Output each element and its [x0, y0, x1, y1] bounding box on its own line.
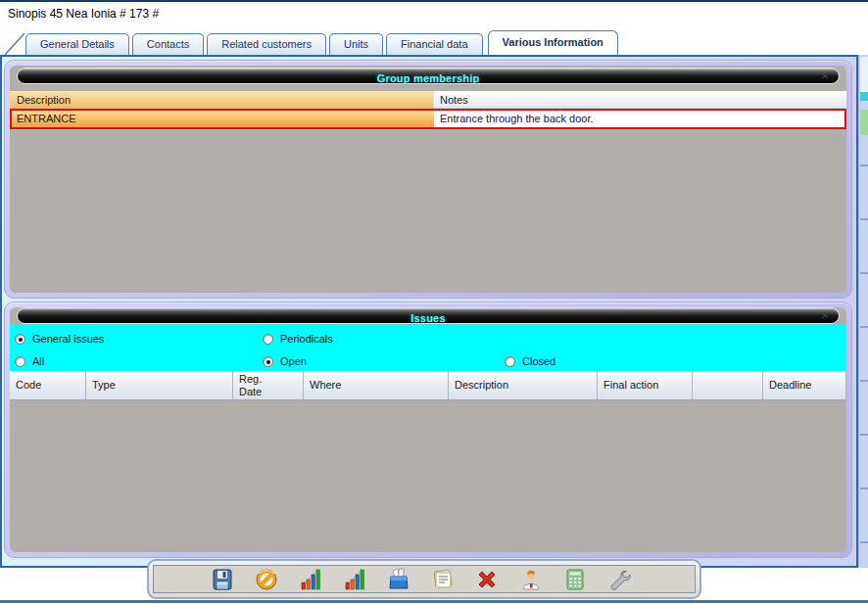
radio-periodicals[interactable]: Periodicals: [263, 328, 333, 349]
group-membership-content: Group membership ✕ Description Notes ENT…: [10, 66, 846, 293]
calculator-icon: [562, 567, 588, 592]
cell-notes: Entrance through the back door.: [434, 111, 844, 127]
column-header-reg-date[interactable]: Reg. Date: [233, 371, 304, 400]
user-icon: [518, 567, 544, 592]
background-window-sliver: [858, 55, 868, 568]
radio-button-icon[interactable]: [505, 356, 515, 367]
card-file-icon: [386, 567, 411, 592]
tools-button[interactable]: [605, 566, 632, 592]
close-icon[interactable]: ✕: [819, 70, 832, 82]
radio-button-icon[interactable]: [263, 334, 273, 345]
chart-button-1[interactable]: [297, 566, 323, 592]
column-header-description[interactable]: Description: [449, 371, 598, 400]
issues-content: Issues ✕ General issues Periodicals: [10, 307, 846, 552]
cancel-button[interactable]: [253, 566, 279, 592]
group-membership-header: Group membership ✕: [17, 68, 840, 84]
radio-button-icon[interactable]: [15, 356, 25, 367]
tab-various-information[interactable]: Various Information: [488, 30, 618, 55]
column-header-final-action[interactable]: Final action: [598, 371, 693, 400]
toolbar-inner: [153, 565, 696, 593]
tab-general-details[interactable]: General Details: [25, 33, 129, 55]
card-file-button[interactable]: [385, 566, 411, 592]
close-icon[interactable]: ✕: [819, 309, 832, 322]
delete-x-icon: [474, 567, 500, 592]
column-header-where[interactable]: Where: [304, 371, 449, 400]
filter-row-2: All Open Closed: [10, 350, 846, 372]
issues-filter-area: General issues Periodicals All Open: [10, 325, 846, 371]
cancel-icon: [254, 567, 279, 592]
column-header-blank[interactable]: [693, 371, 763, 400]
notes-button[interactable]: [429, 566, 456, 592]
radio-button-icon[interactable]: [263, 356, 273, 367]
issues-grid-header: Code Type Reg. Date Where Description Fi…: [10, 371, 846, 400]
issues-panel: Issues ✕ General issues Periodicals: [4, 302, 852, 558]
column-header-type[interactable]: Type: [86, 371, 233, 400]
group-membership-title: Group membership: [377, 72, 480, 84]
save-icon: [210, 567, 235, 592]
delete-button[interactable]: [473, 566, 500, 592]
filter-row-1: General issues Periodicals: [10, 328, 846, 349]
chart-button-2[interactable]: [341, 566, 367, 592]
cell-description: ENTRANCE: [12, 111, 434, 127]
tab-units[interactable]: Units: [329, 33, 383, 55]
issues-header: Issues ✕: [17, 307, 840, 324]
bar-chart-icon: [342, 567, 367, 592]
radio-closed[interactable]: Closed: [505, 350, 555, 372]
calculator-button[interactable]: [561, 566, 588, 592]
window-title: Sinopis 45 Nea Ionia # 173 #: [8, 7, 159, 21]
radio-button-icon[interactable]: [15, 334, 25, 345]
tab-contacts[interactable]: Contacts: [132, 33, 204, 55]
tab-financial-data[interactable]: Financial data: [386, 33, 483, 55]
bar-chart-icon: [298, 567, 323, 592]
table-row-selected[interactable]: ENTRANCE Entrance through the back door.: [10, 109, 846, 129]
radio-general-issues[interactable]: General issues: [15, 328, 104, 349]
tab-bar: General Details Contacts Related custome…: [4, 32, 621, 55]
tab-page-various-information: Group membership ✕ Description Notes ENT…: [0, 55, 858, 568]
group-membership-grid-header: Description Notes: [10, 91, 846, 109]
notes-icon: [430, 567, 456, 592]
column-header-description[interactable]: Description: [10, 91, 434, 109]
group-membership-panel: Group membership ✕ Description Notes ENT…: [4, 60, 852, 299]
tab-related-customers[interactable]: Related customers: [207, 33, 326, 55]
column-header-deadline[interactable]: Deadline: [763, 371, 846, 400]
save-button[interactable]: [209, 566, 235, 592]
radio-all[interactable]: All: [15, 350, 44, 372]
radio-open[interactable]: Open: [263, 350, 307, 372]
window-bottom-border: [0, 600, 868, 603]
group-membership-grid: Description Notes ENTRANCE Entrance thro…: [10, 91, 846, 129]
column-header-notes[interactable]: Notes: [434, 91, 846, 109]
main-toolbar: [147, 559, 701, 599]
window-top-border: [0, 0, 868, 2]
issues-title: Issues: [410, 312, 445, 324]
user-button[interactable]: [517, 566, 544, 592]
column-header-code[interactable]: Code: [10, 371, 86, 400]
tab-lead-slant: [4, 32, 25, 55]
wrench-icon: [606, 567, 632, 592]
